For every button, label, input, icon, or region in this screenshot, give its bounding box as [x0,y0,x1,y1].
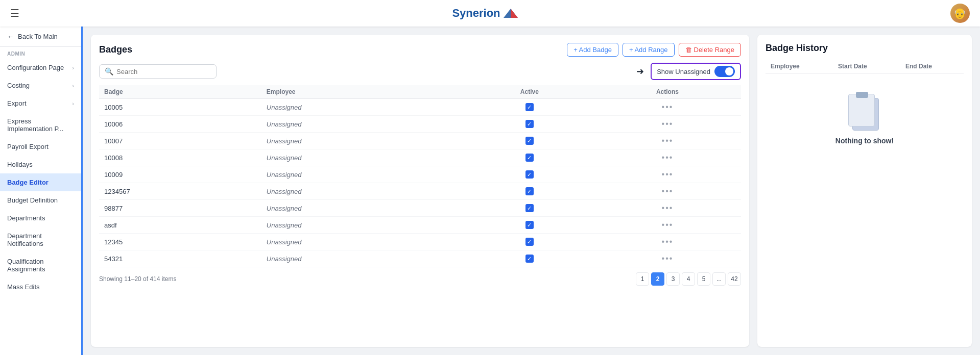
main-layout: ← Back To Main ADMIN Configuration Page›… [0,27,980,355]
page-btn-3[interactable]: 3 [666,272,680,286]
sidebar-item-label: Express Implementation P... [7,117,74,133]
logo-text: Synerion [452,7,500,20]
actions-menu-button[interactable]: ••• [662,170,674,179]
history-header-row: Employee Start Date End Date [766,60,964,73]
active-checkbox[interactable]: ✓ [525,120,534,128]
page-btn-2[interactable]: 2 [651,272,664,286]
logo-icon [504,8,518,19]
actions-cell: ••• [594,99,741,116]
sidebar-item-department-notifications[interactable]: Department Notifications [0,227,81,252]
sidebar-item-mass-edits[interactable]: Mass Edits [0,278,81,296]
sidebar-item-payroll-export[interactable]: Payroll Export [0,138,81,156]
active-checkbox[interactable]: ✓ [525,170,534,179]
search-filter-row: 🔍 ➜ Show Unassigned [99,63,741,80]
actions-menu-button[interactable]: ••• [662,237,674,246]
actions-cell: ••• [594,200,741,217]
badge-cell: 10009 [99,166,261,183]
badge-cell: 98877 [99,200,261,217]
page-btn-4[interactable]: 4 [682,272,695,286]
badge-cell: 12345 [99,234,261,250]
actions-cell: ••• [594,234,741,250]
delete-range-button[interactable]: 🗑 Delete Range [679,43,742,57]
col-header-employee: Employee [261,85,465,99]
back-to-main-label: Back To Main [18,33,58,40]
employee-cell: Unassigned [261,166,465,183]
sidebar-item-label: Costing [7,82,30,89]
page-btn-1[interactable]: 1 [636,272,649,286]
employee-cell: Unassigned [261,99,465,116]
active-checkbox[interactable]: ✓ [525,204,534,212]
sidebar-item-label: Payroll Export [7,143,49,150]
show-unassigned-toggle[interactable] [714,66,735,77]
badge-cell: 10005 [99,99,261,116]
active-checkbox[interactable]: ✓ [525,255,534,263]
trash-icon: 🗑 [685,46,692,54]
employee-cell: Unassigned [261,133,465,149]
actions-menu-button[interactable]: ••• [662,119,674,128]
logo: Synerion [452,7,517,20]
active-checkbox[interactable]: ✓ [525,221,534,229]
admin-section-label: ADMIN [0,47,81,59]
sidebar: ← Back To Main ADMIN Configuration Page›… [0,27,83,355]
add-range-button[interactable]: + Add Range [623,43,675,57]
add-badge-button[interactable]: + Add Badge [567,43,618,57]
page-btn-42[interactable]: 42 [728,272,741,286]
show-unassigned-wrapper: Show Unassigned [651,63,741,80]
active-cell: ✓ [465,234,594,250]
back-to-main-button[interactable]: ← Back To Main [0,27,81,47]
sidebar-item-qualification-assignments[interactable]: Qualification Assignments [0,252,81,278]
actions-cell: ••• [594,183,741,200]
table-row: 10006 Unassigned ✓ ••• [99,116,741,133]
page-btn-5[interactable]: 5 [697,272,710,286]
badge-cell: 10008 [99,149,261,166]
page-buttons: 12345...42 [636,272,741,286]
badge-cell: 54321 [99,250,261,267]
employee-cell: Unassigned [261,116,465,133]
table-row: 10008 Unassigned ✓ ••• [99,149,741,166]
table-row: asdf Unassigned ✓ ••• [99,217,741,234]
search-input[interactable] [116,68,211,75]
user-avatar[interactable]: 👴 [950,4,970,23]
badge-cell: 1234567 [99,183,261,200]
actions-menu-button[interactable]: ••• [662,136,674,145]
table-header-row: Badge Employee Active Actions [99,85,741,99]
employee-cell: Unassigned [261,217,465,234]
history-title: Badge History [766,43,964,54]
col-header-badge: Badge [99,85,261,99]
hamburger-menu[interactable]: ☰ [10,7,19,19]
actions-menu-button[interactable]: ••• [662,204,674,212]
active-checkbox[interactable]: ✓ [525,154,534,162]
actions-cell: ••• [594,133,741,149]
badges-header: Badges + Add Badge + Add Range 🗑 Delete … [99,43,741,57]
svg-marker-1 [511,9,518,18]
actions-menu-button[interactable]: ••• [662,187,674,195]
active-checkbox[interactable]: ✓ [525,137,534,145]
active-checkbox[interactable]: ✓ [525,103,534,111]
actions-cell: ••• [594,217,741,234]
badge-cell: 10007 [99,133,261,149]
sidebar-item-label: Mass Edits [7,283,40,291]
actions-menu-button[interactable]: ••• [662,220,674,229]
sidebar-item-holidays[interactable]: Holidays [0,156,81,173]
active-checkbox[interactable]: ✓ [525,187,534,195]
col-header-active: Active [465,85,594,99]
sidebar-item-badge-editor[interactable]: Badge Editor [0,173,81,191]
chevron-right-icon: › [72,100,74,107]
active-cell: ✓ [465,133,594,149]
sidebar-item-label: Holidays [7,161,33,168]
active-checkbox[interactable]: ✓ [525,238,534,246]
actions-menu-button[interactable]: ••• [662,153,674,162]
sidebar-item-configuration-page[interactable]: Configuration Page› [0,59,81,77]
empty-state-text: Nothing to show! [835,137,894,145]
sidebar-item-budget-definition[interactable]: Budget Definition [0,191,81,209]
sidebar-item-departments[interactable]: Departments [0,209,81,227]
sidebar-item-costing[interactable]: Costing› [0,77,81,94]
employee-cell: Unassigned [261,149,465,166]
actions-menu-button[interactable]: ••• [662,254,674,263]
empty-state: Nothing to show! [766,73,964,165]
badges-panel: Badges + Add Badge + Add Range 🗑 Delete … [91,35,749,347]
sidebar-item-express-implementation[interactable]: Express Implementation P... [0,112,81,138]
actions-menu-button[interactable]: ••• [662,103,674,111]
sidebar-item-export[interactable]: Export› [0,94,81,112]
chevron-right-icon: › [72,65,74,71]
